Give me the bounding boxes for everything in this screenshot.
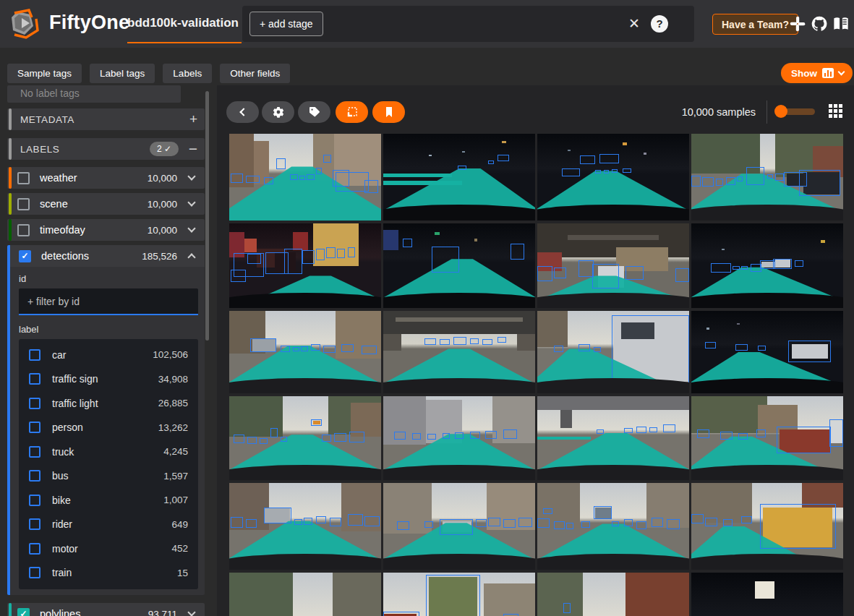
sample-cell[interactable]	[691, 396, 843, 480]
tab-labels[interactable]: Labels	[163, 64, 212, 83]
chevron-down-icon[interactable]	[187, 608, 195, 616]
detection-bounding-box	[326, 247, 336, 258]
back-button[interactable]	[226, 101, 259, 123]
detections-checkbox[interactable]: ✓	[19, 250, 31, 262]
field-row-detections[interactable]: ✓ detections 185,526	[10, 245, 205, 267]
sidebar-scrollbar[interactable]	[205, 91, 209, 341]
bike-checkbox[interactable]	[29, 495, 40, 506]
sample-cell[interactable]	[229, 396, 381, 480]
field-label: polylines	[40, 608, 80, 616]
label-count-row[interactable]: truck4,245	[19, 440, 198, 464]
tab-sample-tags[interactable]: Sample tags	[7, 64, 82, 83]
tab-other-fields[interactable]: Other fields	[220, 64, 290, 83]
field-row-polylines[interactable]: ✓ polylines 93,711	[7, 603, 205, 616]
timeofday-checkbox[interactable]	[17, 224, 30, 236]
sample-cell[interactable]	[229, 134, 381, 221]
docs-icon[interactable]	[833, 16, 849, 32]
motor-checkbox[interactable]	[29, 543, 40, 555]
sample-cell[interactable]	[691, 483, 843, 570]
sample-cell[interactable]	[537, 573, 689, 616]
chevron-down-icon[interactable]	[187, 172, 195, 180]
metadata-section[interactable]: METADATA +	[7, 108, 205, 130]
detection-bounding-box	[756, 429, 766, 437]
weather-checkbox[interactable]	[17, 172, 30, 184]
sample-cell[interactable]	[229, 483, 381, 570]
sample-cell[interactable]	[383, 134, 535, 221]
view-stage-bar[interactable]: + add stage ✕ ?	[242, 6, 694, 42]
sample-cell[interactable]	[229, 311, 381, 393]
label-count-row[interactable]: car102,506	[19, 343, 198, 367]
traffic-light-checkbox[interactable]	[29, 398, 40, 409]
sample-cell[interactable]	[691, 573, 843, 616]
sample-cell[interactable]	[691, 311, 843, 393]
labels-section[interactable]: LABELS 2 ✓ −	[7, 138, 205, 160]
label-count-row[interactable]: bus1,597	[19, 464, 198, 489]
bus-checkbox[interactable]	[29, 470, 40, 482]
label-count-row[interactable]: person13,262	[19, 416, 198, 440]
add-stage-button[interactable]: + add stage	[249, 12, 323, 36]
chevron-down-icon[interactable]	[187, 198, 195, 206]
slack-icon[interactable]	[790, 16, 806, 32]
detection-bounding-box	[476, 519, 487, 527]
vehicle-hood	[691, 465, 843, 480]
bookmark-button[interactable]	[372, 101, 405, 123]
collapse-labels-icon[interactable]: −	[189, 139, 197, 159]
traffic-sign-checkbox[interactable]	[29, 373, 40, 385]
field-row-weather[interactable]: weather10,000	[7, 167, 205, 189]
detection-bounding-box	[716, 179, 724, 186]
sample-cell[interactable]	[537, 396, 689, 480]
expand-metadata-icon[interactable]: +	[189, 109, 197, 129]
polylines-checkbox[interactable]: ✓	[17, 608, 30, 616]
label-count-row[interactable]: traffic light26,885	[19, 391, 198, 416]
detection-bounding-box	[652, 518, 664, 527]
chevron-up-icon[interactable]	[187, 253, 195, 261]
github-icon[interactable]	[811, 16, 827, 32]
id-filter-input[interactable]	[19, 288, 198, 315]
detection-bounding-box	[799, 170, 840, 196]
section-handle[interactable]	[9, 108, 12, 130]
have-a-team-button[interactable]: Have a Team?	[712, 14, 798, 35]
sample-cell[interactable]	[537, 223, 689, 308]
field-row-scene[interactable]: scene10,000	[7, 193, 205, 215]
sample-cell[interactable]	[383, 223, 535, 308]
label-count-row[interactable]: motor452	[19, 536, 198, 561]
show-stats-button[interactable]: Show	[781, 63, 853, 83]
sample-cell[interactable]	[691, 134, 843, 221]
field-row-timeofday[interactable]: timeofday10,000	[7, 219, 205, 241]
scene-checkbox[interactable]	[17, 198, 30, 210]
label-count-row[interactable]: rider649	[19, 513, 198, 537]
train-checkbox[interactable]	[29, 567, 40, 578]
sample-cell[interactable]	[537, 134, 689, 221]
help-icon[interactable]: ?	[651, 15, 668, 33]
sample-cell[interactable]	[383, 311, 535, 393]
truck-checkbox[interactable]	[29, 446, 40, 458]
sample-cell[interactable]	[229, 223, 381, 308]
label-count-row[interactable]: traffic sign34,908	[19, 367, 198, 392]
person-checkbox[interactable]	[29, 422, 40, 433]
label-name: motor	[52, 543, 78, 555]
detection-bounding-box	[691, 514, 704, 523]
sample-cell[interactable]	[537, 311, 689, 393]
detection-bounding-box	[304, 518, 313, 525]
settings-button[interactable]	[262, 101, 294, 123]
sample-cell[interactable]	[691, 223, 843, 308]
sample-cell[interactable]	[383, 573, 535, 616]
sample-cell[interactable]	[383, 483, 535, 570]
tab-label-tags[interactable]: Label tags	[90, 64, 155, 83]
tag-button[interactable]	[298, 101, 330, 123]
sample-cell[interactable]	[229, 573, 381, 616]
sample-cell[interactable]	[383, 396, 535, 480]
label-count-row[interactable]: train15	[19, 561, 198, 586]
grid-size-slider[interactable]	[774, 106, 816, 116]
chevron-down-icon[interactable]	[187, 224, 195, 232]
grid-layout-icon[interactable]	[829, 104, 843, 119]
label-count-row[interactable]: bike1,007	[19, 488, 198, 513]
detection-bounding-box	[488, 518, 500, 526]
close-icon[interactable]: ✕	[626, 16, 642, 32]
slider-knob[interactable]	[774, 105, 787, 118]
sample-cell[interactable]	[537, 483, 689, 570]
car-checkbox[interactable]	[29, 349, 40, 361]
rider-checkbox[interactable]	[29, 518, 40, 530]
section-handle[interactable]	[9, 138, 12, 160]
patches-button[interactable]	[336, 101, 368, 123]
